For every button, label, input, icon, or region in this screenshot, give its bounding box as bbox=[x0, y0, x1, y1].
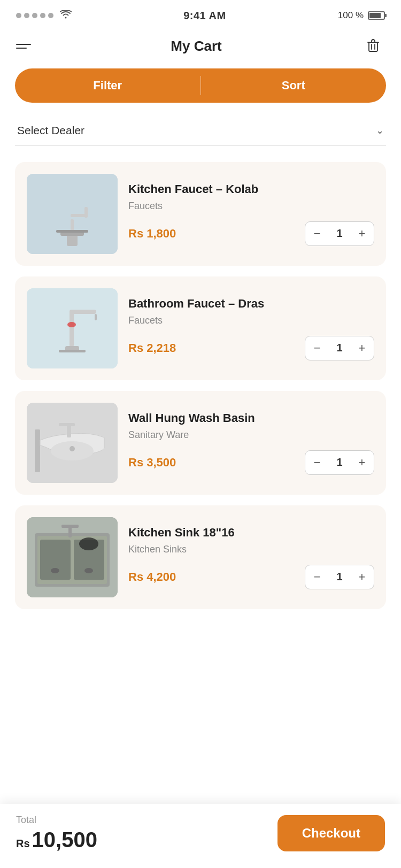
svg-rect-29 bbox=[71, 540, 74, 580]
svg-rect-13 bbox=[70, 310, 96, 314]
status-time: 9:41 AM bbox=[183, 10, 226, 22]
qty-value-1: 1 bbox=[329, 227, 350, 240]
product-image-1 bbox=[27, 174, 118, 254]
total-section: Total Rs 10,500 bbox=[16, 815, 97, 852]
status-right: 100 % bbox=[338, 10, 385, 21]
dealer-select-container: Select Dealer ⌄ bbox=[15, 116, 386, 146]
filter-button[interactable]: Filter bbox=[15, 68, 200, 103]
chevron-down-icon: ⌄ bbox=[376, 125, 384, 136]
product-bottom-3: Rs 3,500 − 1 + bbox=[128, 450, 374, 475]
page-title: My Cart bbox=[171, 38, 221, 55]
dot-3 bbox=[32, 13, 37, 18]
svg-point-34 bbox=[79, 537, 98, 550]
trash-icon bbox=[365, 37, 381, 55]
product-info-3: Wall Hung Wash Basin Sanitary Ware Rs 3,… bbox=[128, 411, 374, 475]
svg-point-17 bbox=[67, 322, 76, 327]
product-image-2 bbox=[27, 288, 118, 368]
total-rs: Rs bbox=[16, 838, 30, 850]
total-amount: Rs 10,500 bbox=[16, 828, 97, 852]
battery-icon bbox=[368, 11, 385, 20]
product-image-3 bbox=[27, 403, 118, 483]
qty-increase-1[interactable]: + bbox=[350, 222, 374, 245]
menu-line-2 bbox=[16, 48, 27, 49]
products-list: Kitchen Faucet – Kolab Faucets Rs 1,800 … bbox=[0, 157, 401, 684]
status-left bbox=[16, 10, 72, 21]
quantity-control-1: − 1 + bbox=[305, 221, 374, 246]
product-category-4: Kitchen Sinks bbox=[128, 544, 374, 555]
svg-rect-0 bbox=[369, 42, 377, 51]
product-name-2: Bathroom Faucet – Dras bbox=[128, 296, 374, 312]
dot-5 bbox=[48, 13, 53, 18]
status-bar: 9:41 AM 100 % bbox=[0, 0, 401, 29]
product-image-4 bbox=[27, 517, 118, 597]
wifi-icon bbox=[60, 10, 72, 21]
product-card-3: Wall Hung Wash Basin Sanitary Ware Rs 3,… bbox=[15, 391, 386, 495]
qty-decrease-2[interactable]: − bbox=[305, 336, 329, 360]
svg-rect-27 bbox=[40, 540, 71, 580]
product-card-1: Kitchen Faucet – Kolab Faucets Rs 1,800 … bbox=[15, 162, 386, 266]
filter-sort-bar: Filter Sort bbox=[15, 68, 386, 103]
dot-4 bbox=[40, 13, 45, 18]
qty-increase-2[interactable]: + bbox=[350, 336, 374, 360]
quantity-control-4: − 1 + bbox=[305, 565, 374, 589]
header: My Cart bbox=[0, 29, 401, 68]
svg-rect-23 bbox=[59, 423, 75, 426]
product-card-4: Kitchen Sink 18"16 Kitchen Sinks Rs 4,20… bbox=[15, 505, 386, 609]
product-category-3: Sanitary Ware bbox=[128, 429, 374, 441]
product-info-2: Bathroom Faucet – Dras Faucets Rs 2,218 … bbox=[128, 296, 374, 360]
product-bottom-4: Rs 4,200 − 1 + bbox=[128, 565, 374, 589]
qty-decrease-3[interactable]: − bbox=[305, 451, 329, 474]
product-bottom-1: Rs 1,800 − 1 + bbox=[128, 221, 374, 246]
product-price-3: Rs 3,500 bbox=[128, 456, 176, 470]
svg-rect-32 bbox=[68, 527, 72, 537]
dot-2 bbox=[24, 13, 29, 18]
product-price-4: Rs 4,200 bbox=[128, 570, 176, 584]
product-category-2: Faucets bbox=[128, 315, 374, 326]
total-value: 10,500 bbox=[32, 828, 97, 852]
svg-rect-7 bbox=[71, 214, 87, 217]
product-price-2: Rs 2,218 bbox=[128, 341, 176, 355]
qty-increase-4[interactable]: + bbox=[350, 565, 374, 589]
dealer-select-dropdown[interactable]: Select Dealer ⌄ bbox=[15, 116, 386, 146]
svg-rect-8 bbox=[84, 207, 88, 218]
battery-fill bbox=[369, 13, 381, 18]
svg-rect-16 bbox=[59, 350, 86, 352]
qty-increase-3[interactable]: + bbox=[350, 451, 374, 474]
dealer-select-label: Select Dealer bbox=[17, 124, 84, 137]
menu-icon[interactable] bbox=[16, 44, 31, 49]
dot-1 bbox=[16, 13, 21, 18]
qty-value-4: 1 bbox=[329, 571, 350, 583]
qty-value-2: 1 bbox=[329, 342, 350, 354]
delete-cart-button[interactable] bbox=[361, 34, 385, 58]
product-info-1: Kitchen Faucet – Kolab Faucets Rs 1,800 … bbox=[128, 182, 374, 246]
product-price-1: Rs 1,800 bbox=[128, 227, 176, 241]
svg-point-21 bbox=[70, 446, 75, 451]
product-card-2: Bathroom Faucet – Dras Faucets Rs 2,218 … bbox=[15, 276, 386, 380]
svg-rect-14 bbox=[95, 314, 97, 320]
qty-decrease-4[interactable]: − bbox=[305, 565, 329, 589]
svg-point-31 bbox=[84, 568, 93, 573]
quantity-control-3: − 1 + bbox=[305, 450, 374, 475]
total-label: Total bbox=[16, 815, 97, 826]
product-category-1: Faucets bbox=[128, 201, 374, 212]
svg-rect-10 bbox=[56, 230, 88, 233]
svg-rect-12 bbox=[70, 310, 74, 347]
svg-rect-19 bbox=[35, 429, 40, 472]
product-name-3: Wall Hung Wash Basin bbox=[128, 411, 374, 426]
qty-value-3: 1 bbox=[329, 456, 350, 468]
menu-line-1 bbox=[16, 44, 31, 45]
signal-dots bbox=[16, 13, 53, 18]
product-name-1: Kitchen Faucet – Kolab bbox=[128, 182, 374, 197]
battery-percent: 100 % bbox=[338, 10, 364, 21]
sort-button[interactable]: Sort bbox=[201, 68, 387, 103]
product-bottom-2: Rs 2,218 − 1 + bbox=[128, 336, 374, 360]
bottom-bar: Total Rs 10,500 Checkout bbox=[0, 804, 401, 868]
svg-rect-33 bbox=[61, 525, 79, 528]
svg-point-30 bbox=[51, 568, 59, 573]
qty-decrease-1[interactable]: − bbox=[305, 222, 329, 245]
product-name-4: Kitchen Sink 18"16 bbox=[128, 525, 374, 541]
checkout-button[interactable]: Checkout bbox=[277, 815, 385, 851]
product-info-4: Kitchen Sink 18"16 Kitchen Sinks Rs 4,20… bbox=[128, 525, 374, 589]
quantity-control-2: − 1 + bbox=[305, 336, 374, 360]
